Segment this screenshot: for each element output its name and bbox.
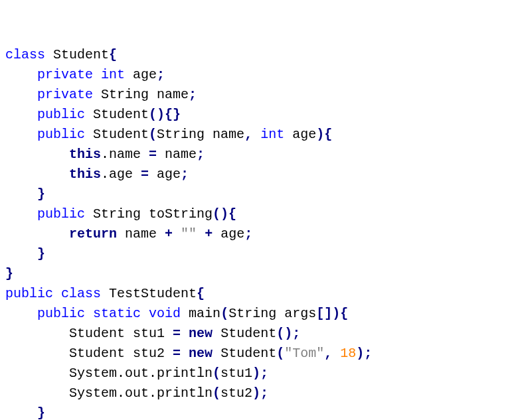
plus: + (205, 226, 213, 242)
param-name: age (292, 127, 316, 142)
paren-open: ( (213, 366, 220, 381)
type: int (101, 67, 125, 82)
string-literal: "" (181, 226, 197, 242)
semicolon: ; (181, 167, 189, 182)
brackets: []) (316, 306, 340, 321)
arg: stu2 (220, 385, 252, 401)
field-name: age (133, 67, 157, 82)
param-type: String (228, 306, 276, 321)
keyword-class: class (5, 47, 45, 62)
brace-close: } (37, 405, 45, 420)
assign: = (149, 147, 157, 162)
semicolon: ; (157, 67, 165, 82)
brace-close: } (37, 246, 45, 261)
arg: stu1 (220, 366, 252, 381)
keyword-new: new (189, 346, 213, 361)
ctor-name: Student (93, 107, 149, 122)
brace-open: { (109, 47, 117, 62)
assign: = (173, 326, 181, 341)
keyword-this: this (69, 147, 101, 162)
field-name: name (157, 87, 189, 102)
code-block: class Student{ private int age; private … (5, 45, 517, 420)
paren: () (213, 206, 228, 222)
paren-close: ); (356, 346, 372, 361)
paren-close: ); (252, 366, 268, 381)
param-type: int (260, 127, 284, 142)
method-name: main (189, 306, 220, 321)
return-type: String (93, 206, 141, 222)
param-type: String (157, 127, 205, 142)
paren-open: ( (149, 127, 157, 142)
type: String (101, 87, 149, 102)
semicolon: ; (244, 226, 252, 242)
var-name: stu1 (133, 326, 165, 341)
expr: name (125, 226, 157, 242)
modifier: private (37, 67, 93, 82)
member-access: .age (101, 167, 133, 182)
semicolon: ; (189, 87, 197, 102)
modifier: public (37, 127, 85, 142)
assign: = (173, 346, 181, 361)
paren-open: ( (220, 306, 228, 321)
ctor-call: Student (220, 326, 276, 341)
ctor-call: Student (220, 346, 276, 361)
rhs: name (165, 147, 197, 162)
paren-close: ) (316, 127, 324, 142)
brace-open: { (340, 306, 348, 321)
keyword-this: this (69, 167, 101, 182)
keyword-return: return (69, 226, 117, 242)
type: Student (69, 346, 125, 361)
brace-close: } (5, 266, 13, 281)
modifier: public (37, 107, 85, 122)
comma: , (244, 127, 252, 142)
expr: age (220, 226, 244, 242)
return-type: void (149, 306, 181, 321)
paren-open: ( (213, 385, 220, 401)
comma: , (324, 346, 332, 361)
plus: + (165, 226, 173, 242)
string-literal: "Tom" (284, 346, 324, 361)
param-name: args (284, 306, 316, 321)
assign: = (141, 167, 149, 182)
method-call: System.out.println (69, 366, 213, 381)
rhs: age (157, 167, 181, 182)
semicolon: ; (197, 147, 205, 162)
modifier: public (37, 306, 85, 321)
class-name: Student (53, 47, 109, 62)
member-access: .name (101, 147, 141, 162)
modifier: public (37, 206, 85, 222)
brace-open: {} (165, 107, 181, 122)
paren-open: () (149, 107, 165, 122)
class-name: TestStudent (109, 286, 197, 301)
method-name: toString (149, 206, 213, 222)
number-literal: 18 (340, 346, 356, 361)
param-name: name (213, 127, 244, 142)
var-name: stu2 (133, 346, 165, 361)
brace-open: { (197, 286, 205, 301)
brace-close: } (37, 186, 45, 202)
modifier: static (93, 306, 141, 321)
modifier: private (37, 87, 93, 102)
method-call: System.out.println (69, 385, 213, 401)
keyword-class: class (61, 286, 101, 301)
brace-open: { (228, 206, 236, 222)
paren: (); (276, 326, 300, 341)
brace-open: { (324, 127, 332, 142)
modifier: public (5, 286, 53, 301)
paren-open: ( (276, 346, 284, 361)
keyword-new: new (189, 326, 213, 341)
paren-close: ); (252, 385, 268, 401)
ctor-name: Student (93, 127, 149, 142)
type: Student (69, 326, 125, 341)
